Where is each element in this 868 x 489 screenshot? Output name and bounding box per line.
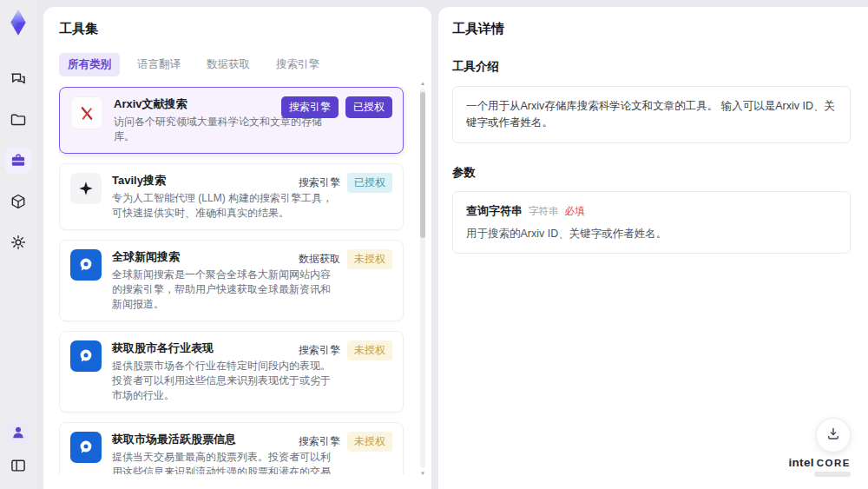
sidebar-item-settings[interactable] (5, 229, 31, 255)
brand-intel-label: intel (789, 456, 814, 469)
category-badge: 搜索引擎 (281, 96, 339, 118)
scrollbar-thumb[interactable] (420, 92, 425, 238)
tool-description: 访问各个研究领域大量科学论文和文章的存储库。 (114, 115, 338, 144)
chat-icon (10, 70, 27, 88)
sidebar-item-tools[interactable] (5, 148, 31, 174)
sidebar-item-packages[interactable] (5, 188, 31, 215)
param-description: 用于搜索的Arxiv ID、关键字或作者姓名。 (466, 227, 837, 241)
details-panel: 工具详情 工具介绍 一个用于从Arxiv存储库搜索科学论文和文章的工具。 输入可… (438, 7, 868, 489)
tool-card-2[interactable]: 全球新闻搜索全球新闻搜索是一个聚合全球各大新闻网站内容的搜索引擎，帮助用户快速获… (59, 240, 404, 321)
download-icon (825, 426, 841, 445)
tab-2[interactable]: 数据获取 (198, 53, 259, 76)
scrollbar-up-icon[interactable]: ▲ (418, 80, 427, 87)
cube-icon (10, 193, 27, 210)
tab-0[interactable]: 所有类别 (59, 53, 120, 76)
params-heading: 参数 (452, 165, 851, 181)
tool-card-0[interactable]: Arxiv文献搜索访问各个研究领域大量科学论文和文章的存储库。搜索引擎已授权 (59, 87, 404, 154)
page-title: 工具集 (59, 21, 416, 37)
category-badge: 搜索引擎 (299, 343, 340, 358)
tool-badges: 搜索引擎未授权 (299, 432, 392, 452)
sidebar-item-account[interactable] (5, 420, 31, 446)
param-name: 查询字符串 (466, 203, 523, 219)
tool-badges: 搜索引擎未授权 (299, 340, 392, 360)
auth-status-badge: 已授权 (347, 173, 392, 193)
intel-core-logo: intel CORE (789, 456, 852, 477)
tab-3[interactable]: 搜索引擎 (267, 53, 328, 76)
sidebar-item-chat[interactable] (5, 66, 31, 92)
tavily-star-icon (70, 173, 102, 204)
auth-status-badge: 已授权 (345, 96, 392, 118)
news-logo-icon (70, 432, 102, 463)
tool-badges: 数据获取未授权 (299, 249, 392, 269)
param-required-flag: 必填 (565, 205, 585, 218)
sidebar-item-files[interactable] (5, 107, 31, 133)
sidebar-collapse-toggle[interactable] (5, 453, 31, 479)
arxiv-logo-icon (70, 96, 103, 129)
brand-core-label: CORE (817, 458, 851, 468)
app-logo[interactable] (3, 7, 33, 38)
tab-1[interactable]: 语言翻译 (128, 53, 189, 76)
tool-description: 全球新闻搜索是一个聚合全球各大新闻网站内容的搜索引擎，帮助用户快速获取全球最新资… (112, 268, 336, 312)
params-list: 查询字符串字符串必填用于搜索的Arxiv ID、关键字或作者姓名。 (452, 191, 851, 254)
panel-toggle-icon (10, 457, 27, 474)
folder-icon (10, 111, 27, 129)
category-badge: 搜索引擎 (299, 175, 340, 190)
category-badge: 数据获取 (299, 252, 340, 267)
tool-badges: 搜索引擎已授权 (299, 173, 392, 193)
tool-card-3[interactable]: 获取股市各行业表现提供股票市场各个行业在特定时间段内的表现。投资者可以利用这些信… (59, 331, 404, 413)
intro-heading: 工具介绍 (452, 59, 851, 75)
details-title: 工具详情 (452, 21, 851, 37)
brand-sub-mark (814, 472, 851, 477)
auth-status-badge: 未授权 (347, 340, 392, 360)
auth-status-badge: 未授权 (347, 249, 392, 269)
tool-badges: 搜索引擎已授权 (281, 96, 392, 118)
tools-panel: 工具集 所有类别语言翻译数据获取搜索引擎 Arxiv文献搜索访问各个研究领域大量… (43, 7, 431, 489)
download-button[interactable] (816, 418, 851, 453)
tool-card-1[interactable]: Tavily搜索专为人工智能代理 (LLM) 构建的搜索引擎工具，可快速提供实时… (59, 163, 404, 230)
toolbox-icon (10, 152, 27, 169)
scrollbar-down-icon[interactable]: ▼ (418, 470, 427, 477)
intro-box: 一个用于从Arxiv存储库搜索科学论文和文章的工具。 输入可以是Arxiv ID… (452, 86, 851, 143)
category-badge: 搜索引擎 (299, 434, 340, 449)
tool-description: 提供当天交易量最高的股票列表。投资者可以利用这些信息来识别流动性强的股票和潜在的… (112, 450, 336, 474)
tool-description: 提供股票市场各个行业在特定时间段内的表现。投资者可以利用这些信息来识别表现优于或… (112, 359, 336, 403)
param-item-0: 查询字符串字符串必填用于搜索的Arxiv ID、关键字或作者姓名。 (452, 191, 851, 254)
tool-description: 专为人工智能代理 (LLM) 构建的搜索引擎工具，可快速提供实时、准确和真实的结… (112, 191, 336, 221)
news-logo-icon (70, 249, 102, 281)
news-logo-icon (70, 340, 102, 372)
tool-list: Arxiv文献搜索访问各个研究领域大量科学论文和文章的存储库。搜索引擎已授权Ta… (59, 87, 416, 474)
tool-card-4[interactable]: 获取市场最活跃股票信息提供当天交易量最高的股票列表。投资者可以利用这些信息来识别… (59, 422, 404, 474)
user-icon (10, 424, 27, 441)
category-tabs: 所有类别语言翻译数据获取搜索引擎 (59, 53, 416, 76)
param-type: 字符串 (529, 205, 559, 218)
settings-icon (10, 234, 27, 251)
scrollbar[interactable]: ▲ ▼ (418, 80, 427, 477)
auth-status-badge: 未授权 (347, 432, 392, 452)
left-rail (0, 0, 36, 489)
